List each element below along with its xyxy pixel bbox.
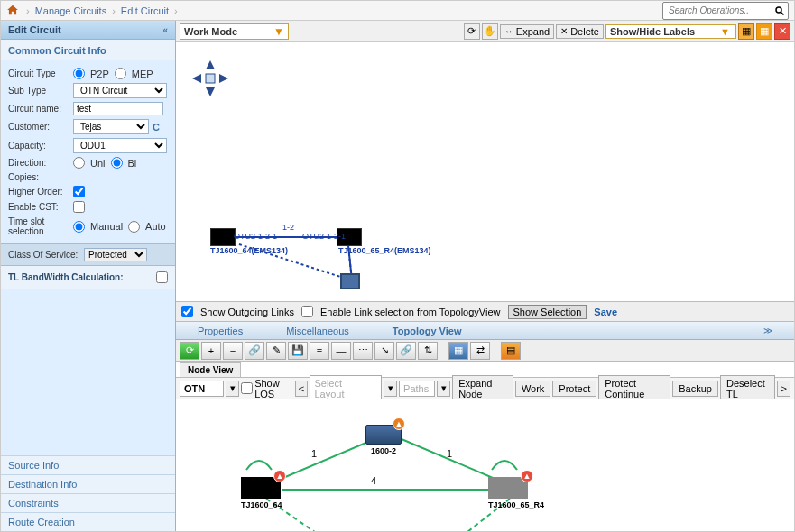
circuitname-input[interactable]	[73, 102, 163, 115]
alarm-icon: ▲	[521, 470, 533, 482]
link2-icon[interactable]: 🔗	[396, 342, 416, 360]
topology-toolbar: ⟳ + − 🔗 ✎ 💾 ≡ — ⋯ ↘ 🔗 ⇅ ▦ ⇄ ▤	[176, 340, 794, 362]
dots-icon[interactable]: ⋯	[353, 342, 373, 360]
cst-check[interactable]	[73, 201, 85, 213]
paths-dd-icon[interactable]: ▾	[437, 381, 450, 397]
tb-icon1[interactable]: ▦	[738, 23, 754, 40]
node-sel[interactable]	[340, 273, 360, 289]
deselect-button[interactable]: Deselect TL	[720, 375, 775, 402]
breadcrumb-manage[interactable]: Manage Circuits	[35, 5, 106, 16]
customer-select[interactable]: Tejas	[73, 119, 149, 134]
search-box[interactable]	[662, 2, 789, 20]
protectcont-button[interactable]: Protect Continue	[598, 375, 670, 402]
tab-properties[interactable]: Properties	[198, 326, 243, 336]
delete-button[interactable]: ✕ Delete	[556, 24, 604, 39]
refresh-icon[interactable]: ⟳	[180, 342, 199, 360]
cst-label: Enable CST:	[8, 202, 73, 212]
svg-marker-3	[206, 87, 215, 96]
enable-link-check[interactable]	[301, 306, 313, 317]
sidebar-source[interactable]: Source Info	[1, 455, 175, 474]
cos-select[interactable]: Protected	[84, 248, 147, 261]
tl-check[interactable]	[156, 271, 168, 283]
link-top: 1-2	[282, 223, 294, 232]
sidebar-route[interactable]: Route Creation	[1, 512, 175, 531]
list-icon[interactable]: ≡	[310, 342, 329, 360]
sidebar-constraints[interactable]: Constraints	[1, 493, 175, 512]
collapse-icon[interactable]: «	[162, 25, 168, 35]
search-input[interactable]	[663, 4, 772, 17]
showhide-dropdown[interactable]: Show/Hide Labels▼	[605, 24, 736, 39]
node-left[interactable]	[210, 228, 236, 246]
higher-check[interactable]	[73, 186, 85, 197]
search-icon[interactable]	[772, 3, 788, 19]
node-left[interactable]: TJ1600_64 ▲	[241, 477, 282, 509]
tabs-collapse-icon[interactable]: ≫	[763, 326, 772, 335]
arrow-icon[interactable]: ↘	[374, 342, 394, 360]
save-button[interactable]: Save	[594, 307, 617, 317]
otn-dd-icon[interactable]: ▾	[226, 381, 239, 397]
line-icon[interactable]: —	[331, 342, 351, 360]
protect-button[interactable]: Protect	[552, 381, 596, 397]
timeslot-label: Time slot selection	[8, 216, 73, 236]
breadcrumb-edit[interactable]: Edit Circuit	[121, 5, 169, 16]
layout-dd-icon[interactable]: ▾	[384, 381, 397, 397]
shuffle-icon[interactable]: ⇄	[470, 342, 490, 360]
subtype-select[interactable]: OTN Circuit	[73, 83, 167, 98]
radio-bi[interactable]	[111, 157, 123, 169]
alt-icon[interactable]: ▤	[501, 342, 521, 360]
showlos-check[interactable]	[241, 382, 253, 394]
next-icon[interactable]: >	[777, 381, 790, 397]
sort-icon[interactable]: ⇅	[418, 342, 438, 360]
radio-mep[interactable]	[115, 68, 126, 79]
radio-p2p[interactable]	[73, 68, 85, 79]
home-icon[interactable]	[6, 4, 19, 18]
hand-icon[interactable]: ✋	[482, 23, 498, 40]
alarm-icon: ▲	[393, 417, 405, 430]
edit-icon[interactable]: ✎	[266, 342, 286, 360]
save-icon[interactable]: 💾	[288, 342, 308, 360]
lower-topology-canvas[interactable]: 1 1 4 1600-2 ▲ TJ1600_64 ▲ TJ1600_65_R4 …	[176, 399, 794, 531]
close-icon[interactable]: ✕	[774, 23, 790, 40]
tb-icon2[interactable]: ▦	[756, 23, 772, 40]
sidebar: Edit Circuit « Common Circuit Info Circu…	[1, 21, 176, 531]
nodeview-tab[interactable]: Node View	[180, 362, 241, 377]
prev-icon[interactable]: <	[295, 381, 309, 397]
show-selection-button[interactable]: Show Selection	[508, 305, 587, 319]
sidebar-dest[interactable]: Destination Info	[1, 474, 175, 493]
breadcrumb: › Manage Circuits › Edit Circuit ›	[26, 5, 178, 16]
enable-link-label: Enable Link selection from TopologyView	[320, 307, 501, 317]
otn-select[interactable]: OTN	[180, 381, 224, 397]
grid-icon[interactable]: ▦	[448, 342, 468, 360]
radio-auto[interactable]	[128, 221, 140, 233]
node-top[interactable]: 1600-2 ▲	[365, 425, 402, 455]
zoomin-icon[interactable]: +	[201, 342, 221, 360]
tab-misc[interactable]: Miscellaneous	[286, 326, 349, 336]
svg-text:1: 1	[311, 448, 317, 459]
zoomout-icon[interactable]: −	[223, 342, 243, 360]
tab-topology[interactable]: Topology View	[393, 326, 462, 336]
link-icon[interactable]: 🔗	[245, 342, 264, 360]
layout-select[interactable]: Select Layout	[310, 375, 382, 402]
direction-label: Direction:	[8, 158, 73, 168]
capacity-select[interactable]: ODU1	[73, 138, 167, 153]
cos-label: Class Of Service:	[8, 250, 84, 260]
radio-uni[interactable]	[73, 157, 85, 169]
pan-compass-icon[interactable]	[190, 59, 230, 98]
work-mode-dropdown[interactable]: Work Mode▼	[180, 23, 289, 40]
svg-line-1	[781, 12, 784, 14]
tl-label: TL BandWidth Calculation:	[8, 272, 156, 282]
backup-button[interactable]: Backup	[672, 381, 718, 397]
work-button[interactable]: Work	[515, 381, 550, 397]
customer-c[interactable]: C	[153, 122, 160, 133]
refresh-icon[interactable]: ⟳	[464, 23, 480, 40]
node-right[interactable]: TJ1600_65_R4 ▲	[488, 477, 544, 509]
svg-text:4: 4	[371, 475, 376, 486]
expandnode-button[interactable]: Expand Node	[452, 375, 513, 402]
sidebar-section[interactable]: Common Circuit Info	[1, 40, 175, 60]
show-outgoing-check[interactable]	[181, 306, 193, 317]
port-r: OTU2-1-2-1	[302, 232, 346, 241]
radio-manual[interactable]	[73, 221, 85, 233]
paths-select[interactable]: Paths	[399, 381, 435, 397]
expand-button[interactable]: ↔ Expand	[500, 24, 554, 39]
upper-topology-canvas[interactable]: OTU2-1-2-1 OTU2-1-2-1 1-2 TJ1600_64(EMS1…	[176, 42, 794, 302]
